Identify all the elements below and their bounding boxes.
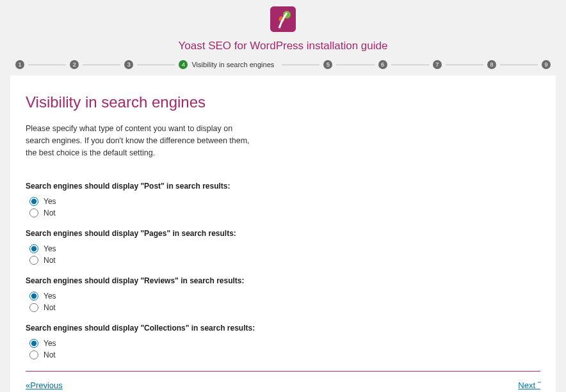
question-post: Search engines should display "Post" in … [26, 182, 540, 217]
step-line [28, 65, 66, 65]
question-options: Yes Not [29, 292, 540, 312]
card-description: Please specify what type of content you … [26, 123, 256, 159]
stepper: 1 2 3 4 Visibility in search engines 5 6… [0, 52, 566, 75]
radio-no[interactable] [29, 350, 38, 359]
option-yes-label: Yes [44, 197, 56, 206]
radio-yes[interactable] [29, 197, 38, 206]
step-4-label: Visibility in search engines [191, 61, 274, 68]
divider [26, 371, 540, 372]
option-yes-label: Yes [44, 244, 56, 253]
question-prompt: Search engines should display "Post" in … [26, 182, 540, 191]
radio-no[interactable] [29, 303, 38, 312]
radio-yes[interactable] [29, 339, 38, 348]
question-prompt: Search engines should display "Pages" in… [26, 229, 540, 238]
step-1[interactable]: 1 [15, 60, 24, 69]
wizard-card: Visibility in search engines Please spec… [10, 75, 556, 392]
question-prompt: Search engines should display "Reviews" … [26, 276, 540, 285]
card-title: Visibility in search engines [26, 93, 540, 111]
question-prompt: Search engines should display "Collectio… [26, 324, 540, 333]
step-line [282, 65, 319, 65]
page-title: Yoast SEO for WordPress installation gui… [0, 40, 566, 52]
step-line [336, 65, 374, 65]
step-line [83, 65, 120, 65]
step-3[interactable]: 3 [124, 60, 133, 69]
question-options: Yes Not [29, 244, 540, 265]
step-2[interactable]: 2 [70, 60, 79, 69]
radio-no[interactable] [29, 256, 38, 265]
step-7[interactable]: 7 [433, 60, 442, 69]
option-yes[interactable]: Yes [29, 244, 540, 253]
question-options: Yes Not [29, 197, 540, 217]
header: Yoast SEO for WordPress installation gui… [0, 0, 566, 52]
step-line [137, 65, 175, 65]
question-reviews: Search engines should display "Reviews" … [26, 276, 540, 312]
option-yes-label: Yes [44, 339, 56, 348]
radio-yes[interactable] [29, 244, 38, 253]
option-no[interactable]: Not [29, 303, 540, 312]
option-yes-label: Yes [44, 292, 56, 301]
option-no-label: Not [44, 256, 56, 265]
step-8[interactable]: 8 [487, 60, 496, 69]
option-no-label: Not [44, 303, 56, 312]
option-no-label: Not [44, 350, 56, 359]
radio-no[interactable] [29, 208, 38, 217]
radio-yes[interactable] [29, 292, 38, 301]
question-pages: Search engines should display "Pages" in… [26, 229, 540, 265]
step-6[interactable]: 6 [378, 60, 387, 69]
option-no-label: Not [44, 208, 56, 217]
step-line [446, 65, 483, 65]
prev-link[interactable]: «Previous [26, 380, 63, 390]
option-yes[interactable]: Yes [29, 292, 540, 301]
option-no[interactable]: Not [29, 350, 540, 359]
question-options: Yes Not [29, 339, 540, 359]
step-9[interactable]: 9 [542, 60, 551, 69]
option-yes[interactable]: Yes [29, 339, 540, 348]
step-line [500, 65, 538, 65]
step-5[interactable]: 5 [323, 60, 332, 69]
yoast-logo [270, 6, 296, 32]
option-no[interactable]: Not [29, 208, 540, 217]
next-link[interactable]: Next ˝ [518, 380, 540, 390]
option-no[interactable]: Not [29, 256, 540, 265]
step-4[interactable]: 4 [179, 60, 188, 69]
wizard-nav: «Previous Next ˝ [26, 380, 540, 390]
step-line [391, 65, 429, 65]
question-collections: Search engines should display "Collectio… [26, 324, 540, 359]
option-yes[interactable]: Yes [29, 197, 540, 206]
